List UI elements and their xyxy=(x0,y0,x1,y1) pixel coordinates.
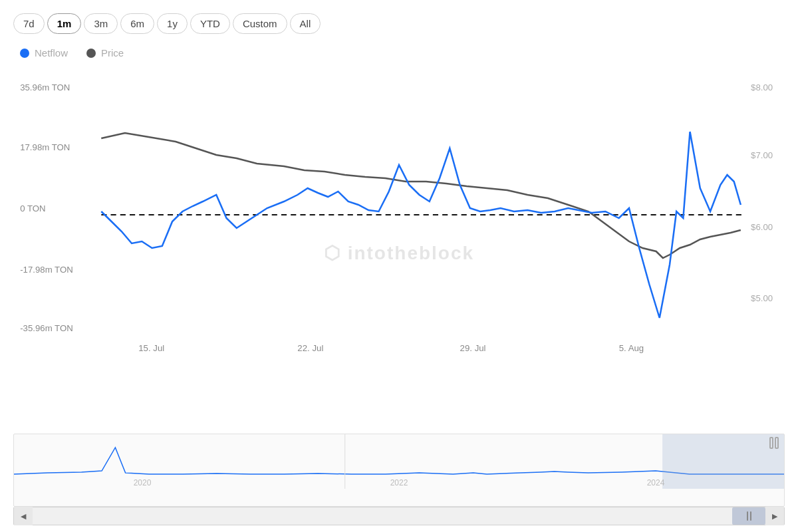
main-container: 7d 1m 3m 6m 1y YTD Custom All Netflow Pr… xyxy=(0,0,798,532)
btn-6m[interactable]: 6m xyxy=(120,13,154,34)
svg-text:0 TON: 0 TON xyxy=(20,203,45,213)
scroll-handle-1 xyxy=(747,511,748,521)
svg-text:-17.98m TON: -17.98m TON xyxy=(20,265,73,275)
scroll-left-button[interactable]: ◀ xyxy=(14,507,33,525)
scrollbar[interactable]: ◀ ▶ xyxy=(13,507,785,525)
btn-1y[interactable]: 1y xyxy=(157,13,188,34)
netflow-line xyxy=(101,132,741,318)
svg-text:-35.96m TON: -35.96m TON xyxy=(20,323,73,333)
chart-legend: Netflow Price xyxy=(20,47,785,59)
price-dot xyxy=(86,49,96,58)
main-chart: ⬡ intotheblock 35.96m TON 17.98m TON 0 T… xyxy=(13,78,785,427)
btn-custom[interactable]: Custom xyxy=(233,13,287,34)
svg-text:22. Jul: 22. Jul xyxy=(297,343,323,353)
svg-text:$5.00: $5.00 xyxy=(751,293,773,303)
btn-ytd[interactable]: YTD xyxy=(190,13,230,34)
time-range-bar: 7d 1m 3m 6m 1y YTD Custom All xyxy=(13,13,785,34)
svg-text:15. Jul: 15. Jul xyxy=(138,343,164,353)
scroll-track[interactable] xyxy=(33,507,765,525)
svg-text:$7.00: $7.00 xyxy=(751,150,773,160)
svg-text:5. Aug: 5. Aug xyxy=(619,343,644,353)
svg-text:17.98m TON: 17.98m TON xyxy=(20,142,70,152)
btn-3m[interactable]: 3m xyxy=(84,13,118,34)
chart-svg: 35.96m TON 17.98m TON 0 TON -17.98m TON … xyxy=(13,78,785,358)
btn-7d[interactable]: 7d xyxy=(13,13,45,34)
scroll-thumb[interactable] xyxy=(732,507,765,525)
minimap[interactable]: 2020 2022 2024 xyxy=(13,434,785,507)
scroll-handle-2 xyxy=(750,511,751,521)
svg-text:29. Jul: 29. Jul xyxy=(460,343,486,353)
btn-all[interactable]: All xyxy=(290,13,321,34)
netflow-dot xyxy=(20,49,29,58)
svg-text:35.96m TON: 35.96m TON xyxy=(20,82,70,92)
resize-handle-icon[interactable] xyxy=(769,437,779,449)
legend-price: Price xyxy=(86,47,124,59)
scroll-right-button[interactable]: ▶ xyxy=(765,507,784,525)
legend-netflow: Netflow xyxy=(20,47,68,59)
minimap-svg xyxy=(14,434,784,489)
svg-text:$6.00: $6.00 xyxy=(751,222,773,232)
minimap-selection xyxy=(662,434,784,489)
price-label: Price xyxy=(101,47,124,59)
svg-text:$8.00: $8.00 xyxy=(751,82,773,92)
btn-1m[interactable]: 1m xyxy=(47,13,82,34)
netflow-label: Netflow xyxy=(35,47,68,59)
